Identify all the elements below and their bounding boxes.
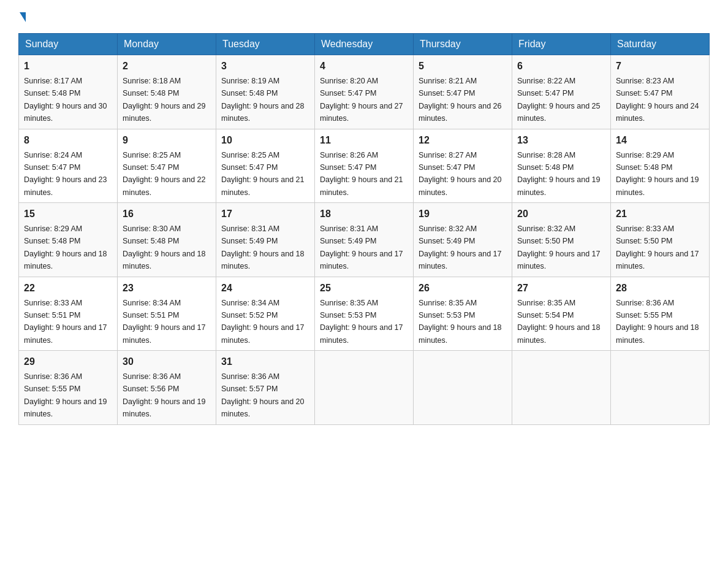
logo [18, 12, 26, 22]
calendar-cell: 1 Sunrise: 8:17 AMSunset: 5:48 PMDayligh… [19, 55, 118, 129]
day-info: Sunrise: 8:23 AMSunset: 5:47 PMDaylight:… [616, 77, 699, 123]
day-number: 22 [24, 281, 112, 296]
day-info: Sunrise: 8:29 AMSunset: 5:48 PMDaylight:… [24, 224, 107, 270]
day-number: 13 [517, 133, 605, 148]
calendar-table: SundayMondayTuesdayWednesdayThursdayFrid… [18, 33, 710, 425]
calendar-cell: 13 Sunrise: 8:28 AMSunset: 5:48 PMDaylig… [512, 129, 611, 203]
day-number: 9 [123, 133, 211, 148]
day-info: Sunrise: 8:21 AMSunset: 5:47 PMDaylight:… [419, 77, 502, 123]
day-info: Sunrise: 8:33 AMSunset: 5:51 PMDaylight:… [24, 299, 107, 345]
day-number: 26 [419, 281, 507, 296]
weekday-header-friday: Friday [512, 34, 611, 55]
calendar-cell [512, 351, 611, 425]
day-number: 11 [320, 133, 408, 148]
day-info: Sunrise: 8:36 AMSunset: 5:55 PMDaylight:… [616, 299, 699, 345]
day-number: 20 [517, 207, 605, 221]
calendar-cell: 10 Sunrise: 8:25 AMSunset: 5:47 PMDaylig… [216, 129, 315, 203]
calendar-cell [315, 351, 414, 425]
calendar-cell: 22 Sunrise: 8:33 AMSunset: 5:51 PMDaylig… [19, 277, 118, 351]
calendar-cell: 14 Sunrise: 8:29 AMSunset: 5:48 PMDaylig… [611, 129, 710, 203]
day-number: 25 [320, 281, 408, 296]
day-info: Sunrise: 8:31 AMSunset: 5:49 PMDaylight:… [320, 224, 403, 270]
day-number: 18 [320, 207, 408, 221]
calendar-cell: 20 Sunrise: 8:32 AMSunset: 5:50 PMDaylig… [512, 203, 611, 277]
day-number: 30 [123, 354, 211, 369]
day-number: 7 [616, 59, 704, 74]
calendar-cell: 27 Sunrise: 8:35 AMSunset: 5:54 PMDaylig… [512, 277, 611, 351]
day-number: 4 [320, 59, 408, 74]
day-info: Sunrise: 8:35 AMSunset: 5:53 PMDaylight:… [419, 299, 502, 345]
day-number: 5 [419, 59, 507, 74]
calendar-cell: 28 Sunrise: 8:36 AMSunset: 5:55 PMDaylig… [611, 277, 710, 351]
day-info: Sunrise: 8:26 AMSunset: 5:47 PMDaylight:… [320, 151, 403, 197]
day-number: 21 [616, 207, 704, 221]
calendar-cell: 30 Sunrise: 8:36 AMSunset: 5:56 PMDaylig… [118, 351, 216, 425]
calendar-week-row: 29 Sunrise: 8:36 AMSunset: 5:55 PMDaylig… [19, 351, 710, 425]
calendar-cell: 9 Sunrise: 8:25 AMSunset: 5:47 PMDayligh… [118, 129, 216, 203]
calendar-cell: 29 Sunrise: 8:36 AMSunset: 5:55 PMDaylig… [19, 351, 118, 425]
day-number: 14 [616, 133, 704, 148]
calendar-cell: 8 Sunrise: 8:24 AMSunset: 5:47 PMDayligh… [19, 129, 118, 203]
calendar-cell: 15 Sunrise: 8:29 AMSunset: 5:48 PMDaylig… [19, 203, 118, 277]
day-info: Sunrise: 8:35 AMSunset: 5:53 PMDaylight:… [320, 299, 403, 345]
weekday-header-monday: Monday [118, 34, 216, 55]
day-info: Sunrise: 8:29 AMSunset: 5:48 PMDaylight:… [616, 151, 699, 197]
day-number: 19 [419, 207, 507, 221]
weekday-header-tuesday: Tuesday [216, 34, 315, 55]
day-info: Sunrise: 8:32 AMSunset: 5:49 PMDaylight:… [419, 224, 502, 270]
day-number: 24 [221, 281, 309, 296]
logo-triangle-icon [20, 12, 26, 22]
day-info: Sunrise: 8:30 AMSunset: 5:48 PMDaylight:… [123, 224, 206, 270]
calendar-week-row: 8 Sunrise: 8:24 AMSunset: 5:47 PMDayligh… [19, 129, 710, 203]
day-info: Sunrise: 8:27 AMSunset: 5:47 PMDaylight:… [419, 151, 502, 197]
day-info: Sunrise: 8:25 AMSunset: 5:47 PMDaylight:… [221, 151, 305, 197]
calendar-cell: 12 Sunrise: 8:27 AMSunset: 5:47 PMDaylig… [414, 129, 512, 203]
calendar-cell: 16 Sunrise: 8:30 AMSunset: 5:48 PMDaylig… [118, 203, 216, 277]
day-info: Sunrise: 8:19 AMSunset: 5:48 PMDaylight:… [221, 77, 305, 123]
calendar-week-row: 1 Sunrise: 8:17 AMSunset: 5:48 PMDayligh… [19, 55, 710, 129]
weekday-header-sunday: Sunday [19, 34, 118, 55]
day-info: Sunrise: 8:32 AMSunset: 5:50 PMDaylight:… [517, 224, 601, 270]
day-number: 8 [24, 133, 112, 148]
day-number: 27 [517, 281, 605, 296]
page-header [18, 12, 710, 22]
day-number: 1 [24, 59, 112, 74]
calendar-cell: 6 Sunrise: 8:22 AMSunset: 5:47 PMDayligh… [512, 55, 611, 129]
day-number: 6 [517, 59, 605, 74]
calendar-cell: 31 Sunrise: 8:36 AMSunset: 5:57 PMDaylig… [216, 351, 315, 425]
calendar-cell: 17 Sunrise: 8:31 AMSunset: 5:49 PMDaylig… [216, 203, 315, 277]
calendar-cell: 26 Sunrise: 8:35 AMSunset: 5:53 PMDaylig… [414, 277, 512, 351]
day-info: Sunrise: 8:28 AMSunset: 5:48 PMDaylight:… [517, 151, 601, 197]
day-number: 31 [221, 354, 309, 369]
calendar-week-row: 15 Sunrise: 8:29 AMSunset: 5:48 PMDaylig… [19, 203, 710, 277]
calendar-cell: 5 Sunrise: 8:21 AMSunset: 5:47 PMDayligh… [414, 55, 512, 129]
day-info: Sunrise: 8:36 AMSunset: 5:57 PMDaylight:… [221, 372, 305, 418]
calendar-cell: 23 Sunrise: 8:34 AMSunset: 5:51 PMDaylig… [118, 277, 216, 351]
weekday-header-saturday: Saturday [611, 34, 710, 55]
calendar-cell: 21 Sunrise: 8:33 AMSunset: 5:50 PMDaylig… [611, 203, 710, 277]
day-info: Sunrise: 8:33 AMSunset: 5:50 PMDaylight:… [616, 224, 699, 270]
calendar-cell: 4 Sunrise: 8:20 AMSunset: 5:47 PMDayligh… [315, 55, 414, 129]
calendar-cell: 25 Sunrise: 8:35 AMSunset: 5:53 PMDaylig… [315, 277, 414, 351]
day-number: 23 [123, 281, 211, 296]
calendar-header-row: SundayMondayTuesdayWednesdayThursdayFrid… [19, 34, 710, 55]
day-info: Sunrise: 8:22 AMSunset: 5:47 PMDaylight:… [517, 77, 601, 123]
day-number: 3 [221, 59, 309, 74]
day-info: Sunrise: 8:25 AMSunset: 5:47 PMDaylight:… [123, 151, 206, 197]
day-number: 12 [419, 133, 507, 148]
day-info: Sunrise: 8:36 AMSunset: 5:55 PMDaylight:… [24, 372, 107, 418]
calendar-cell: 24 Sunrise: 8:34 AMSunset: 5:52 PMDaylig… [216, 277, 315, 351]
day-number: 17 [221, 207, 309, 221]
day-number: 28 [616, 281, 704, 296]
day-info: Sunrise: 8:31 AMSunset: 5:49 PMDaylight:… [221, 224, 305, 270]
weekday-header-thursday: Thursday [414, 34, 512, 55]
day-info: Sunrise: 8:34 AMSunset: 5:52 PMDaylight:… [221, 299, 305, 345]
calendar-cell: 18 Sunrise: 8:31 AMSunset: 5:49 PMDaylig… [315, 203, 414, 277]
calendar-week-row: 22 Sunrise: 8:33 AMSunset: 5:51 PMDaylig… [19, 277, 710, 351]
calendar-cell: 3 Sunrise: 8:19 AMSunset: 5:48 PMDayligh… [216, 55, 315, 129]
day-info: Sunrise: 8:24 AMSunset: 5:47 PMDaylight:… [24, 151, 107, 197]
calendar-cell: 11 Sunrise: 8:26 AMSunset: 5:47 PMDaylig… [315, 129, 414, 203]
day-info: Sunrise: 8:36 AMSunset: 5:56 PMDaylight:… [123, 372, 206, 418]
calendar-cell: 19 Sunrise: 8:32 AMSunset: 5:49 PMDaylig… [414, 203, 512, 277]
day-info: Sunrise: 8:34 AMSunset: 5:51 PMDaylight:… [123, 299, 206, 345]
